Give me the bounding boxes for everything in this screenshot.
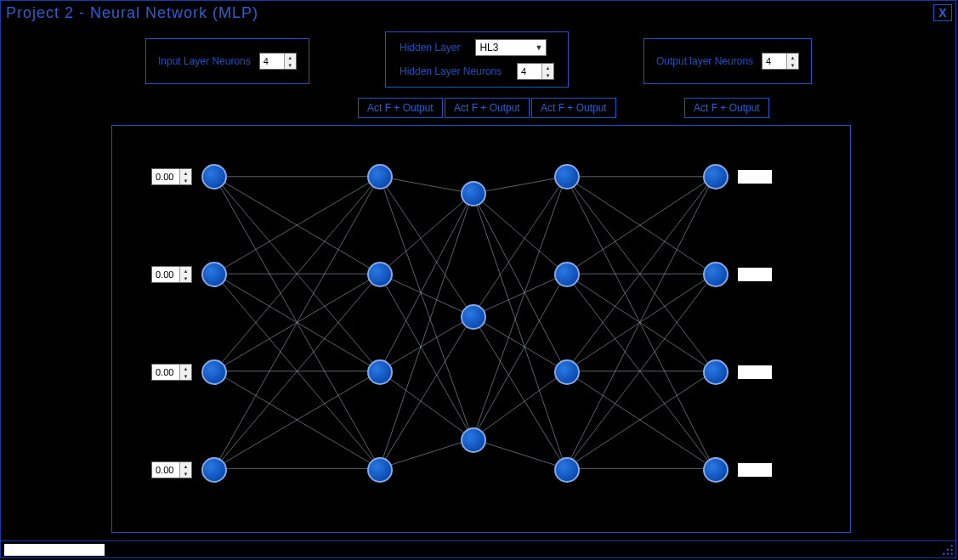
svg-point-58 [951, 549, 953, 551]
titlebar: Project 2 - Neural Network (MLP) [1, 1, 955, 25]
svg-line-29 [473, 194, 566, 274]
output-value-display-1 [738, 170, 772, 184]
svg-line-44 [566, 177, 714, 274]
chevron-up-icon[interactable]: ▲ [542, 64, 553, 71]
app-window: Project 2 - Neural Network (MLP) X Input… [0, 0, 956, 558]
hidden-layer-select[interactable]: HL3 ▼ [475, 39, 547, 56]
hidden2-neuron-2[interactable] [461, 304, 486, 330]
activation-button-1[interactable]: Act F + Output [358, 98, 443, 118]
svg-line-24 [380, 371, 473, 439]
resize-grip-icon[interactable] [942, 544, 954, 556]
svg-line-51 [566, 371, 714, 469]
svg-line-49 [566, 274, 714, 371]
output-neuron-4[interactable] [703, 457, 728, 483]
input-value-field-1[interactable] [152, 169, 179, 184]
output-value-display-2 [738, 268, 772, 281]
svg-line-7 [214, 274, 379, 468]
svg-line-33 [473, 274, 566, 316]
svg-line-19 [380, 194, 473, 274]
stepper-arrows[interactable]: ▲▼ [179, 169, 191, 184]
network-canvas: ▲▼▲▼▲▼▲▼ [111, 125, 851, 533]
chevron-up-icon[interactable]: ▲ [787, 54, 798, 61]
svg-line-13 [214, 274, 379, 468]
input-neuron-1[interactable] [201, 164, 227, 189]
hidden3-neuron-2[interactable] [554, 262, 580, 287]
svg-line-41 [566, 177, 714, 274]
svg-line-37 [473, 274, 566, 438]
chevron-down-icon: ▼ [535, 43, 542, 52]
chevron-down-icon[interactable]: ▼ [180, 372, 191, 380]
chevron-down-icon[interactable]: ▼ [285, 61, 296, 69]
hidden1-neuron-2[interactable] [367, 262, 393, 287]
stepper-arrows[interactable]: ▲▼ [179, 267, 191, 282]
activation-button-2[interactable]: Act F + Output [445, 98, 530, 118]
svg-line-47 [566, 274, 714, 468]
stepper-arrows[interactable]: ▲ ▼ [541, 64, 553, 79]
output-neuron-1[interactable] [703, 164, 728, 189]
chevron-down-icon[interactable]: ▼ [180, 470, 191, 478]
chevron-down-icon[interactable]: ▼ [787, 61, 798, 69]
input-neuron-4[interactable] [201, 457, 227, 483]
hidden3-neuron-4[interactable] [554, 457, 580, 483]
stepper-arrows[interactable]: ▲▼ [179, 462, 191, 478]
svg-line-25 [380, 194, 473, 469]
stepper-arrows[interactable]: ▲ ▼ [284, 54, 296, 69]
stepper-arrows[interactable]: ▲▼ [179, 365, 191, 380]
svg-line-26 [380, 316, 473, 468]
chevron-up-icon[interactable]: ▲ [180, 169, 191, 177]
activation-button-3[interactable]: Act F + Output [531, 98, 616, 118]
input-value-stepper-1[interactable]: ▲▼ [151, 168, 192, 185]
chevron-up-icon[interactable]: ▲ [180, 365, 191, 372]
input-value-stepper-2[interactable]: ▲▼ [151, 266, 192, 283]
svg-line-36 [473, 177, 566, 439]
hidden1-neuron-3[interactable] [367, 359, 393, 385]
output-value-display-4 [738, 463, 772, 477]
svg-point-56 [951, 545, 953, 546]
hidden-neurons-stepper[interactable]: ▲ ▼ [517, 63, 554, 80]
output-neuron-2[interactable] [703, 262, 728, 287]
activation-button-4[interactable]: Act F + Output [684, 98, 769, 118]
chevron-up-icon[interactable]: ▲ [285, 54, 296, 61]
hidden3-neuron-1[interactable] [554, 164, 580, 189]
statusbar [1, 540, 955, 557]
svg-line-28 [473, 177, 566, 194]
output-neurons-field[interactable] [762, 54, 786, 69]
svg-line-17 [380, 177, 473, 316]
input-value-field-4[interactable] [152, 462, 179, 478]
stepper-arrows[interactable]: ▲ ▼ [786, 54, 798, 69]
input-neurons-stepper[interactable]: ▲ ▼ [259, 53, 297, 70]
input-neurons-field[interactable] [260, 54, 284, 69]
input-value-field-3[interactable] [152, 365, 179, 380]
output-neurons-stepper[interactable]: ▲ ▼ [762, 53, 799, 70]
hidden1-neuron-4[interactable] [367, 457, 393, 483]
input-value-field-2[interactable] [152, 267, 179, 282]
svg-line-11 [214, 371, 379, 469]
chevron-up-icon[interactable]: ▲ [180, 267, 191, 274]
chevron-down-icon[interactable]: ▼ [542, 71, 553, 79]
chevron-up-icon[interactable]: ▲ [180, 462, 191, 470]
svg-point-57 [947, 549, 949, 551]
input-neuron-3[interactable] [201, 359, 227, 385]
hidden2-neuron-1[interactable] [461, 181, 486, 206]
hidden-neurons-field[interactable] [518, 64, 541, 79]
chevron-down-icon[interactable]: ▼ [180, 177, 191, 184]
input-neuron-2[interactable] [201, 262, 227, 287]
close-button[interactable]: X [933, 4, 952, 21]
output-value-display-3 [738, 365, 772, 379]
chevron-down-icon[interactable]: ▼ [180, 274, 191, 282]
svg-line-53 [566, 274, 714, 468]
hidden3-neuron-3[interactable] [554, 359, 580, 385]
input-value-stepper-3[interactable]: ▲▼ [151, 364, 192, 381]
svg-line-52 [566, 177, 714, 469]
output-neuron-3[interactable] [703, 359, 728, 385]
hidden1-neuron-1[interactable] [367, 164, 393, 189]
statusbar-item[interactable] [4, 544, 105, 556]
svg-line-2 [214, 177, 379, 371]
input-value-stepper-4[interactable]: ▲▼ [151, 461, 192, 478]
svg-line-14 [214, 371, 379, 469]
input-layer-label: Input Layer Neurons [158, 55, 251, 67]
hidden2-neuron-3[interactable] [461, 427, 486, 453]
svg-line-38 [473, 371, 566, 439]
svg-line-27 [380, 438, 473, 468]
svg-line-18 [380, 177, 473, 439]
